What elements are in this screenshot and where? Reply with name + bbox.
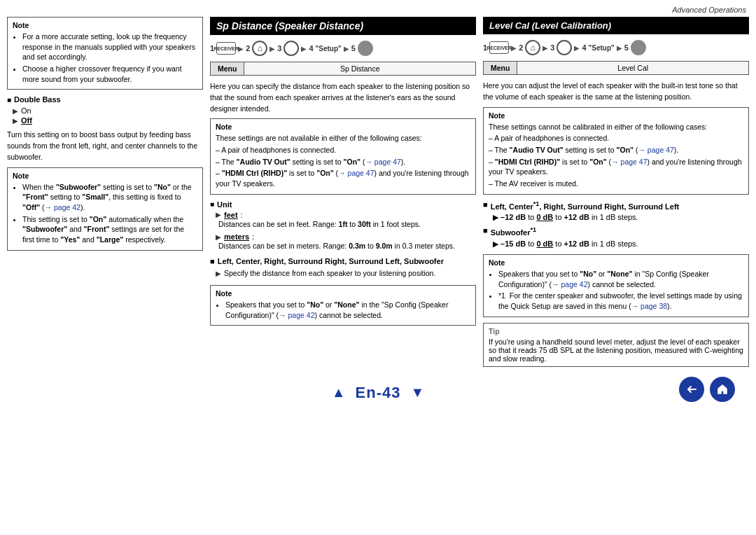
- option-on-label: On: [21, 106, 31, 115]
- step-setup-label: "Setup": [316, 45, 342, 53]
- footer-nav-icons: [679, 377, 735, 402]
- list-item: Choose a higher crossover frequency if y…: [22, 64, 197, 84]
- feet-label: feet: [224, 211, 238, 219]
- step-num-2: 2: [519, 43, 523, 52]
- meters-label: meters: [224, 232, 249, 241]
- right-note2: Note Speakers that you set to "No" or "N…: [483, 254, 749, 317]
- left-note1: Note For a more accurate setting, look u…: [7, 17, 203, 90]
- subwoofer-section: ■ Subwoofer*1 ▶ –15 dB to 0 dB to +12 dB…: [483, 226, 749, 249]
- step-circle-3: [556, 40, 572, 55]
- right-menu-bar: Menu Level Cal: [483, 61, 749, 75]
- step-home-icon: ⌂: [525, 40, 540, 55]
- double-bass-desc: Turn this setting on to boost bass outpu…: [7, 130, 203, 162]
- mid-note1-list: These settings are not available in eith…: [216, 133, 470, 188]
- mid-note2-list: Speakers that you set to "No" or "None" …: [216, 300, 470, 320]
- arrow-icon: ▶: [13, 117, 18, 125]
- step-circle-5: [631, 40, 646, 55]
- sp-distance-label: Sp Distance: [244, 62, 475, 75]
- list-item: These settings cannot be calibrated in e…: [489, 122, 743, 132]
- step-num-5: 5: [351, 44, 356, 53]
- step-arrow: ▶: [511, 44, 517, 52]
- step-num-4: 4: [582, 43, 586, 52]
- mid-section-heading: Sp Distance (Speaker Distance): [210, 17, 476, 35]
- tip-text: If you're using a handheld sound level m…: [489, 338, 743, 363]
- list-item: – The "Audio TV Out" setting is set to "…: [216, 157, 470, 167]
- mid-menu-bar: Menu Sp Distance: [210, 62, 476, 76]
- option-off: ▶ Off: [7, 116, 203, 125]
- unit-feet: ▶ feet : Distances can be set in feet. R…: [210, 211, 476, 230]
- page-footer: ▲ En-43 ▼: [0, 373, 756, 408]
- back-button[interactable]: [679, 377, 704, 402]
- lr-section-bullet: ■: [483, 200, 488, 211]
- level-cal-label: Level Cal: [517, 62, 748, 74]
- page-label: En-43: [356, 384, 401, 402]
- mid-note2-title: Note: [216, 289, 470, 298]
- arrow-icon: ▶: [216, 211, 221, 218]
- page-down-arrow[interactable]: ▼: [410, 384, 424, 401]
- speakers-desc: Specify the distance from each speaker t…: [224, 268, 435, 279]
- list-item: *1 For the center speaker and subwoofer,…: [498, 291, 743, 311]
- mid-note1-title: Note: [216, 123, 470, 131]
- step-arrow: ▶: [574, 44, 580, 52]
- list-item: For a more accurate setting, look up the…: [22, 32, 197, 62]
- list-item: – "HDMI Ctrl (RIHD)" is set to "On" (→ p…: [489, 157, 743, 177]
- left-note2: Note When the "Subwoofer" setting is set…: [7, 167, 203, 251]
- mid-steps-row: 1 RECEIVER ▶ 2 ⌂ ▶ 3 ▶ 4 "Setup" ▶ 5: [210, 41, 476, 56]
- left-column: Note For a more accurate setting, look u…: [7, 17, 203, 373]
- step-arrow: ▶: [542, 44, 548, 52]
- step-recv-icon: RECEIVER: [489, 41, 509, 54]
- list-item: When the "Subwoofer" setting is set to "…: [22, 182, 197, 213]
- tip-title: Tip: [489, 327, 743, 335]
- mid-column: Sp Distance (Speaker Distance) 1 RECEIVE…: [210, 17, 476, 373]
- right-note1: Note These settings cannot be calibrated…: [483, 107, 749, 195]
- feet-colon: :: [241, 211, 243, 219]
- left-note1-list: For a more accurate setting, look up the…: [13, 32, 197, 84]
- step-num-3: 3: [550, 43, 554, 52]
- step-setup-label: "Setup": [589, 44, 615, 52]
- menu-label: Menu: [484, 62, 517, 74]
- right-note2-title: Note: [489, 258, 743, 267]
- speakers-section: ■ Left, Center, Right, Surround Right, S…: [210, 257, 476, 279]
- step-home-icon: ⌂: [252, 41, 267, 56]
- list-item: This setting is set to "On" automaticall…: [22, 214, 197, 245]
- main-content: Note For a more accurate setting, look u…: [0, 17, 756, 373]
- step-circle-3: [284, 41, 299, 56]
- footer-nav[interactable]: ▲ En-43 ▼: [332, 384, 425, 402]
- step-num-2: 2: [246, 44, 250, 53]
- lr-section: ■ Left, Center*1, Right, Surround Right,…: [483, 200, 749, 223]
- menu-label: Menu: [211, 62, 244, 75]
- header-title: Advanced Operations: [672, 6, 746, 14]
- tip-box: Tip If you're using a handheld sound lev…: [483, 323, 749, 367]
- list-item: Speakers that you set to "No" or "None" …: [225, 300, 470, 320]
- step-num-5: 5: [624, 43, 629, 52]
- unit-meters: ▶ meters : Distances can be set in meter…: [210, 232, 476, 251]
- page-up-arrow[interactable]: ▲: [332, 384, 346, 401]
- option-off-label: Off: [21, 116, 32, 125]
- right-note1-title: Note: [489, 111, 743, 120]
- step-arrow: ▶: [344, 45, 349, 53]
- list-item: – The "Audio TV Out" setting is set to "…: [489, 145, 743, 155]
- home-button[interactable]: [710, 377, 735, 402]
- list-item: – A pair of headphones is connected.: [489, 133, 743, 144]
- step-recv-icon: RECEIVER: [216, 42, 236, 55]
- mid-intro-text: Here you can specify the distance from e…: [210, 81, 476, 114]
- lr-section-title: Left, Center*1, Right, Surround Right, S…: [491, 200, 680, 211]
- right-section-heading: Level Cal (Level Calibration): [483, 17, 749, 34]
- right-column: Level Cal (Level Calibration) 1 RECEIVER…: [483, 17, 749, 373]
- double-bass-title: Double Bass: [7, 95, 203, 104]
- step-arrow: ▶: [238, 45, 244, 53]
- list-item: These settings are not available in eith…: [216, 133, 470, 144]
- meters-colon: :: [252, 232, 254, 241]
- step-arrow: ▶: [301, 45, 307, 53]
- step-arrow: ▶: [270, 45, 275, 53]
- unit-title: Unit: [210, 200, 476, 209]
- lr-db-range: ▶ –12 dB to 0 dB to +12 dB in 1 dB steps…: [483, 213, 749, 222]
- option-on: ▶ On: [7, 106, 203, 116]
- arrow-icon: ▶: [216, 270, 221, 277]
- list-item: Speakers that you set to "No" or "None" …: [498, 269, 743, 289]
- list-item: – "HDMI Ctrl (RIHD)" is set to "On" (→ p…: [216, 168, 470, 188]
- arrow-icon: ▶: [216, 233, 221, 241]
- step-arrow: ▶: [617, 44, 622, 52]
- right-note1-list: These settings cannot be calibrated in e…: [489, 122, 743, 189]
- page-header: Advanced Operations: [0, 0, 756, 17]
